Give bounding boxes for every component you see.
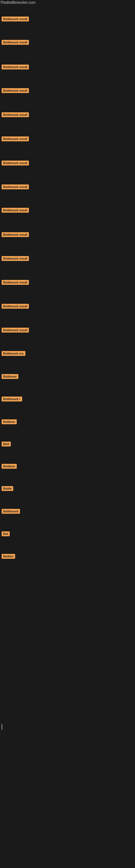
bottleneck-badge[interactable]: Bottleneck result [2,184,29,189]
bottleneck-badge[interactable]: Bottleneck result [2,256,29,261]
list-item: Bottlene [0,463,18,471]
list-item: Bottle [0,485,15,493]
list-item: Bottleneck res [0,350,27,358]
bottleneck-badge[interactable]: Bottleneck [2,509,20,514]
site-title: TheBottlenecker.com [0,0,135,5]
bottleneck-badge[interactable]: Bottlene [2,420,17,424]
list-item: Bottleneck result [0,135,31,144]
text-cursor [2,724,2,730]
bottleneck-badge[interactable]: Bottleneck result [2,88,29,93]
bottleneck-badge[interactable]: Bottleneck result [2,232,29,237]
list-item: Bottlene [0,418,18,426]
bottleneck-badge[interactable]: Bottleneck result [2,208,29,213]
bottleneck-badge[interactable]: Bot [2,531,10,536]
list-item: Bottleneck [0,508,21,516]
bottleneck-badge[interactable]: Bottleneck result [2,328,29,333]
list-item: Bottleneck r [0,396,24,404]
bottleneck-badge[interactable]: Bottleneck res [2,351,26,356]
list-item: Bottleneck result [0,159,31,167]
bottleneck-badge[interactable]: Bottleneck r [2,397,22,401]
list-item: Bottleneck result [0,207,31,215]
list-item: Bottleneck result [0,111,31,119]
bottleneck-badge[interactable]: Bottle [2,486,13,491]
bottleneck-badge[interactable]: Bottleneck result [2,112,29,117]
bottleneck-badge[interactable]: Bottleneck result [2,40,29,45]
bottleneck-badge[interactable]: Bottlene [2,464,17,469]
list-item: Bottleneck result [0,39,31,47]
bottleneck-badge[interactable]: Bott [2,442,11,446]
list-item: Bottlen [0,553,17,561]
list-item: Bottleneck result [0,255,31,263]
list-item: Bottleneck result [0,231,31,239]
bottleneck-badge[interactable]: Bottleneck result [2,136,29,141]
bottleneck-badge[interactable]: Bottlen [2,554,15,559]
list-item: Bottleneck result [0,279,31,287]
list-item: Bottleneck result [0,63,31,72]
bottleneck-badge[interactable]: Bottleneck result [2,161,29,165]
bottleneck-badge[interactable]: Bottlenec [2,374,18,379]
list-item: Bottlenec [0,373,20,381]
list-item: Bot [0,530,11,538]
list-item: Bottleneck result [0,16,31,24]
bottleneck-badge[interactable]: Bottleneck result [2,280,29,285]
list-item: Bott [0,440,12,448]
list-item: Bottleneck result [0,183,31,191]
list-item: Bottleneck result [0,327,31,335]
bottleneck-badge[interactable]: Bottleneck result [2,17,29,22]
list-item: Bottleneck result [0,303,31,311]
bottleneck-badge[interactable]: Bottleneck result [2,304,29,309]
list-item: Bottleneck result [0,87,31,95]
bottleneck-badge[interactable]: Bottleneck result [2,65,29,69]
